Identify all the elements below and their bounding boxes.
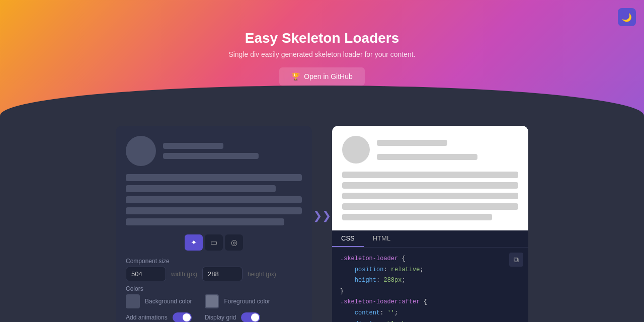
component-size-label: Component size [126, 258, 302, 265]
add-animations-toggle[interactable] [173, 312, 192, 322]
code-panel: CSS HTML ⧉ .skeleton-loader { position: … [332, 230, 528, 322]
code-line-2: position: relative; [340, 265, 520, 276]
skeleton-body-line-1-light [342, 172, 518, 178]
box-view-button[interactable]: ▭ [205, 234, 223, 251]
background-color-label: Background color [145, 298, 192, 305]
moon-icon: 🌙 [622, 13, 632, 22]
css-tab[interactable]: CSS [332, 230, 364, 247]
height-unit-label: height (px) [248, 271, 276, 278]
display-grid-label: Display grid [205, 314, 236, 321]
arrow-icon: ❯❯ [313, 209, 331, 222]
add-animations-label: Add animations [126, 314, 168, 321]
foreground-color-label: Foreground color [224, 298, 270, 305]
arrow-connector: ❯❯ [312, 209, 332, 222]
skeleton-avatar-light [342, 136, 370, 164]
circle-view-button[interactable]: ◎ [225, 234, 243, 251]
display-grid-toggle[interactable] [241, 312, 260, 322]
skeleton-body-line-1 [126, 174, 302, 181]
skeleton-preview-light [332, 126, 528, 230]
code-line-5: .skeleton-loader:after { [340, 297, 520, 308]
main-content: ✦ ▭ ◎ Component size width (px) height (… [0, 116, 644, 322]
background-color-swatch[interactable] [126, 294, 140, 308]
magic-view-button[interactable]: ✦ [185, 234, 203, 251]
foreground-color-swatch[interactable] [205, 294, 219, 308]
skeleton-header-line-1 [163, 143, 223, 149]
skeleton-avatar [126, 136, 156, 166]
skeleton-body-line-2-light [342, 182, 518, 189]
code-line-7: display: block; [340, 319, 520, 322]
copy-button[interactable]: ⧉ [509, 253, 523, 267]
skeleton-header-line-2 [163, 153, 259, 159]
width-input[interactable] [126, 267, 166, 281]
skeleton-preview-dark [126, 136, 302, 225]
code-line-1: .skeleton-loader { [340, 254, 520, 265]
github-button[interactable]: 🏆 Open in GitHub [279, 67, 365, 86]
width-unit-label: width (px) [171, 271, 197, 278]
hero-subtitle: Single div easily generated skeleton loa… [228, 50, 415, 58]
hero-section: Easy Skeleton Loaders Single div easily … [0, 0, 644, 116]
github-button-label: Open in GitHub [304, 72, 353, 80]
left-panel: ✦ ▭ ◎ Component size width (px) height (… [116, 126, 312, 322]
skeleton-body-line-5-light [342, 214, 492, 220]
html-tab[interactable]: HTML [364, 230, 399, 247]
dark-mode-toggle[interactable]: 🌙 [618, 8, 636, 26]
skeleton-body-line-5 [126, 218, 284, 225]
colors-label: Colors [126, 285, 302, 292]
trophy-icon: 🏆 [291, 72, 300, 80]
code-line-4: } [340, 286, 520, 297]
skeleton-body-line-4-light [342, 203, 518, 210]
hero-title: Easy Skeleton Loaders [245, 30, 399, 46]
code-line-6: content: ''; [340, 308, 520, 319]
skeleton-body-line-2 [126, 185, 276, 192]
height-input[interactable] [202, 267, 243, 281]
code-line-3: height: 288px; [340, 275, 520, 286]
right-panel: CSS HTML ⧉ .skeleton-loader { position: … [332, 126, 528, 322]
skeleton-header-line-2-light [377, 154, 477, 160]
skeleton-body-line-3 [126, 196, 302, 203]
skeleton-body-line-3-light [342, 193, 518, 199]
skeleton-body-line-4 [126, 207, 302, 214]
skeleton-header-line-1-light [377, 140, 447, 146]
